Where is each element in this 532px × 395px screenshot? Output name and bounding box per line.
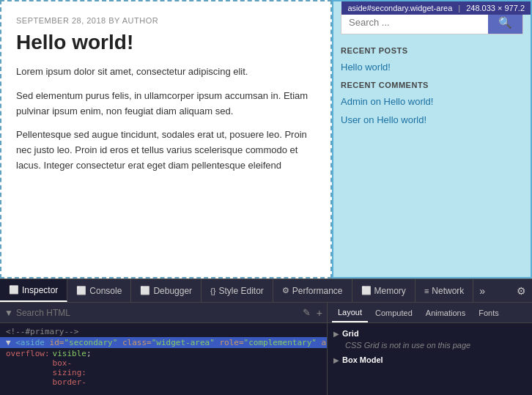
tab-style-editor[interactable]: {} Style Editor — [202, 279, 273, 302]
performance-tab-label: Performance — [292, 286, 343, 296]
add-node-button[interactable]: + — [317, 307, 322, 319]
network-tab-icon: ≡ — [424, 287, 429, 295]
html-panel: ▼ ✎ + <!--#primary--> ▼ <aside id="secon… — [0, 303, 328, 395]
article-para-1: Lorem ipsum dolor sit amet, consectetur … — [16, 64, 316, 80]
memory-tab-label: Memory — [374, 286, 406, 296]
html-search-bar: ▼ ✎ + — [0, 303, 327, 323]
tab-debugger[interactable]: ⬜ Debugger — [131, 279, 202, 302]
grid-section: ▶ Grid CSS Grid is not in use on this pa… — [333, 328, 526, 351]
grid-note: CSS Grid is not in use on this page — [333, 339, 526, 351]
inspector-tab-label: Inspector — [22, 285, 58, 295]
style-editor-tab-label: Style Editor — [218, 286, 263, 296]
style-editor-tab-icon: {} — [210, 287, 215, 295]
recent-comments-title: RECENT COMMENTS — [333, 76, 531, 92]
tab-performance[interactable]: ⚙ Performance — [273, 279, 352, 302]
tooltip-dimensions: 248.033 × 977.2 — [466, 4, 525, 12]
subtab-layout[interactable]: Layout — [332, 303, 368, 322]
article-para-3: Pellentesque sed augue tincidunt, sodale… — [16, 128, 316, 173]
article-body: Lorem ipsum dolor sit amet, consectetur … — [16, 64, 316, 174]
recent-comment-link-2[interactable]: User on Hello world! — [333, 111, 531, 129]
debugger-tab-icon: ⬜ — [140, 286, 150, 295]
subtab-animations[interactable]: Animations — [420, 303, 471, 322]
tab-inspector[interactable]: ⬜ Inspector — [0, 279, 67, 302]
console-tab-label: Console — [89, 286, 122, 296]
grid-section-header[interactable]: ▶ Grid — [333, 328, 526, 339]
pencil-icon: ✎ — [303, 307, 311, 318]
inspector-sub-tab-bar: Layout Computed Animations Fonts — [328, 303, 532, 323]
recent-post-link-1[interactable]: Hello world! — [333, 58, 531, 76]
inspector-tab-icon: ⬜ — [9, 285, 19, 295]
grid-section-label: Grid — [342, 329, 359, 338]
console-tab-icon: ⬜ — [76, 286, 86, 295]
html-line-aside[interactable]: ▼ <aside id="secondary" class="widget-ar… — [0, 337, 327, 348]
devtools-body: ▼ ✎ + <!--#primary--> ▼ <aside id="secon… — [0, 303, 532, 395]
recent-posts-title: RECENT POSTS — [333, 42, 531, 58]
network-tab-label: Network — [432, 286, 464, 296]
html-search-input[interactable] — [16, 308, 300, 318]
performance-tab-icon: ⚙ — [282, 286, 289, 295]
tab-memory[interactable]: ⬜ Memory — [352, 279, 415, 302]
filter-icon: ▼ — [4, 308, 13, 318]
tab-network[interactable]: ≡ Network — [415, 279, 473, 302]
tooltip-selector: aside#secondary.widget-area — [347, 4, 452, 12]
tooltip-sep: | — [458, 4, 460, 12]
inspector-content: ▶ Grid CSS Grid is not in use on this pa… — [328, 323, 532, 395]
search-icon: 🔍 — [498, 16, 512, 29]
devtools-tab-bar: ⬜ Inspector ⬜ Console ⬜ Debugger {} Styl… — [0, 279, 532, 303]
settings-icon: ⚙ — [517, 285, 526, 297]
tab-console[interactable]: ⬜ Console — [67, 279, 131, 302]
box-model-section: ▶ Box Model — [333, 354, 526, 366]
article-title: Hello world! — [16, 31, 316, 54]
box-model-section-label: Box Model — [342, 355, 383, 364]
article-meta: September 28, 2018 by Author — [16, 16, 316, 25]
sidebar-area: aside#secondary.widget-area | 248.033 × … — [332, 0, 532, 278]
devtools-panel: ⬜ Inspector ⬜ Console ⬜ Debugger {} Styl… — [0, 278, 532, 395]
article-para-2: Sed elementum purus felis, in ullamcorpe… — [16, 89, 316, 119]
html-line-comment: <!--#primary--> — [0, 326, 327, 337]
debugger-tab-label: Debugger — [153, 286, 192, 296]
tab-more-button[interactable]: » — [473, 279, 491, 302]
html-content: <!--#primary--> ▼ <aside id="secondary" … — [0, 323, 327, 395]
inspector-panel: Layout Computed Animations Fonts ▶ Grid — [328, 303, 532, 395]
grid-toggle-icon[interactable]: ▶ — [333, 330, 339, 338]
devtools-settings-button[interactable]: ⚙ — [511, 279, 532, 302]
overflow-display: overflow: visible; box- sizing: border- — [0, 348, 327, 388]
memory-tab-icon: ⬜ — [361, 286, 372, 295]
recent-comment-link-1[interactable]: Admin on Hello world! — [333, 92, 531, 111]
box-model-section-header[interactable]: ▶ Box Model — [333, 354, 526, 366]
article-area: September 28, 2018 by Author Hello world… — [0, 0, 332, 278]
element-tooltip: aside#secondary.widget-area | 248.033 × … — [341, 1, 531, 15]
box-model-toggle-icon[interactable]: ▶ — [333, 356, 339, 364]
subtab-computed[interactable]: Computed — [369, 303, 418, 322]
subtab-fonts[interactable]: Fonts — [473, 303, 505, 322]
